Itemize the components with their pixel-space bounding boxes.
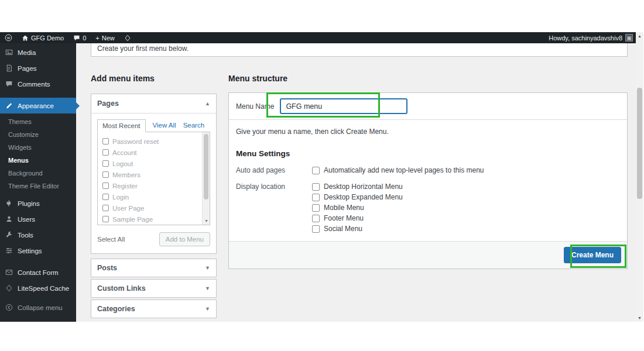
scroll-up-icon[interactable]: ▲	[636, 32, 643, 40]
sidebar-item-litespeed-cache[interactable]: LiteSpeed Cache	[0, 280, 76, 296]
add-menu-items-column: Pages ▲ Most Recent View All Search Pass…	[91, 94, 217, 318]
page-checkbox-item[interactable]: User Page	[98, 202, 201, 214]
sidebar-item-plugins[interactable]: Plugins	[0, 195, 76, 211]
accordion-custom-links[interactable]: Custom Links ▼	[91, 279, 217, 298]
checkbox[interactable]	[102, 194, 109, 200]
page-checkbox-item[interactable]: Register	[98, 180, 201, 191]
litespeed-adminbar-button[interactable]	[119, 32, 136, 43]
menu-structure-heading: Menu structure	[228, 74, 287, 83]
checkbox[interactable]	[312, 204, 320, 212]
location-option-mobile[interactable]: Mobile Menu	[312, 204, 403, 212]
checkbox[interactable]	[102, 138, 109, 144]
sidebar-item-comments[interactable]: Comments	[0, 76, 76, 92]
sidebar-label: LiteSpeed Cache	[18, 285, 69, 292]
wordpress-logo-menu[interactable]: W	[0, 32, 17, 43]
submenu-item-background[interactable]: Background	[0, 167, 76, 180]
sidebar-label: Appearance	[18, 102, 54, 109]
tools-wrench-icon	[5, 231, 13, 239]
notice-text: Create your first menu below.	[97, 44, 189, 53]
auto-add-pages-option[interactable]: Automatically add new top-level pages to…	[312, 166, 484, 174]
checkbox[interactable]	[312, 183, 320, 191]
pages-panel: Pages ▲ Most Recent View All Search Pass…	[91, 94, 217, 254]
tab-most-recent[interactable]: Most Recent	[97, 119, 146, 132]
tab-view-all[interactable]: View All	[153, 119, 176, 132]
list-scrollbar-thumb[interactable]	[204, 134, 208, 199]
appearance-brush-icon	[5, 102, 13, 109]
mail-icon	[5, 269, 13, 276]
expand-panel-icon: ▼	[205, 285, 210, 291]
submenu-item-theme-file-editor[interactable]: Theme File Editor	[0, 180, 76, 192]
comments-icon	[5, 80, 13, 88]
new-label: New	[102, 35, 115, 42]
list-scrollbar[interactable]: ▼	[202, 132, 210, 225]
pages-panel-title: Pages	[97, 99, 119, 108]
page-checkbox-item[interactable]: Login	[98, 191, 201, 202]
sidebar-item-contact-form[interactable]: Contact Form	[0, 264, 76, 280]
location-option-footer[interactable]: Footer Menu	[312, 214, 403, 222]
checkbox[interactable]	[102, 205, 109, 211]
pages-panel-actions: Select All Add to Menu	[97, 232, 210, 246]
sidebar-item-media[interactable]: Media	[0, 44, 76, 60]
howdy-text: Howdy, sachinyadavshiv8	[549, 35, 622, 42]
appearance-submenu: Themes Customize Widgets Menus Backgroun…	[0, 113, 76, 195]
admin-bar: W GFG Demo 0 + New Howdy, sachinyadavshi…	[0, 32, 636, 43]
page-checkbox-item[interactable]: Sample Page	[98, 214, 201, 225]
location-option-desktop-expanded[interactable]: Desktop Expanded Menu	[312, 193, 403, 201]
media-icon	[5, 49, 13, 56]
location-option-desktop-horizontal[interactable]: Desktop Horizontal Menu	[312, 183, 403, 191]
sidebar-label: Collapse menu	[18, 304, 63, 311]
page-checkbox-item[interactable]: Logout	[98, 158, 201, 169]
scroll-down-icon[interactable]: ▼	[636, 314, 643, 322]
submenu-item-themes[interactable]: Themes	[0, 115, 76, 128]
page-checkbox-item[interactable]: Account	[98, 147, 201, 158]
checkbox[interactable]	[312, 167, 320, 174]
submenu-item-menus[interactable]: Menus	[0, 154, 76, 167]
site-name-link[interactable]: GFG Demo	[17, 32, 68, 43]
sidebar-item-collapse-menu[interactable]: Collapse menu	[0, 300, 76, 315]
checkbox[interactable]	[312, 215, 320, 222]
submenu-item-customize[interactable]: Customize	[0, 128, 76, 141]
select-all-link[interactable]: Select All	[97, 236, 125, 243]
accordion-posts[interactable]: Posts ▼	[91, 259, 217, 277]
sidebar-item-tools[interactable]: Tools	[0, 227, 76, 243]
page-scrollbar[interactable]: ▲ ▼	[636, 32, 643, 322]
admin-bar-account[interactable]: Howdy, sachinyadavshiv8 ▣	[549, 34, 636, 42]
checkbox[interactable]	[102, 160, 109, 167]
page-checkbox-item[interactable]: Password reset	[98, 136, 201, 147]
checkbox[interactable]	[102, 171, 109, 178]
litespeed-diamond-icon	[5, 284, 13, 292]
new-content-menu[interactable]: + New	[91, 32, 119, 43]
litespeed-diamond-icon	[124, 35, 131, 42]
menu-settings-heading: Menu Settings	[236, 149, 620, 158]
display-location-row: Display location Desktop Horizontal Menu…	[236, 183, 620, 235]
plus-icon: +	[95, 35, 99, 42]
checkbox[interactable]	[102, 216, 109, 222]
sidebar-label: Media	[18, 49, 36, 56]
pages-checklist: Password reset Account Logout Members Re…	[97, 132, 210, 225]
menu-name-input[interactable]	[280, 98, 407, 114]
menu-structure-box: Menu Name Give your menu a name, then cl…	[228, 92, 628, 269]
tab-search[interactable]: Search	[183, 119, 204, 132]
checkbox[interactable]	[102, 183, 109, 189]
sidebar-item-pages[interactable]: Pages	[0, 60, 76, 76]
pages-panel-header[interactable]: Pages ▲	[91, 94, 216, 113]
location-option-social[interactable]: Social Menu	[312, 225, 403, 233]
add-to-menu-button[interactable]: Add to Menu	[159, 232, 210, 246]
page-scrollbar-thumb[interactable]	[637, 88, 642, 199]
create-menu-button[interactable]: Create Menu	[564, 247, 621, 263]
collapse-panel-icon[interactable]: ▲	[205, 101, 210, 106]
wordpress-logo-icon: W	[5, 34, 12, 42]
scroll-down-icon[interactable]: ▼	[203, 216, 210, 225]
checkbox[interactable]	[312, 194, 320, 201]
page-checkbox-item[interactable]: Members	[98, 169, 201, 180]
users-icon	[5, 215, 13, 223]
sidebar-item-appearance[interactable]: Appearance	[0, 98, 76, 113]
comments-shortcut[interactable]: 0	[68, 32, 91, 43]
sidebar-item-users[interactable]: Users	[0, 211, 76, 227]
accordion-categories[interactable]: Categories ▼	[91, 300, 217, 318]
checkbox[interactable]	[312, 225, 320, 233]
menu-name-label: Menu Name	[236, 102, 274, 111]
checkbox[interactable]	[102, 149, 109, 156]
submenu-item-widgets[interactable]: Widgets	[0, 141, 76, 154]
sidebar-item-settings[interactable]: Settings	[0, 243, 76, 259]
